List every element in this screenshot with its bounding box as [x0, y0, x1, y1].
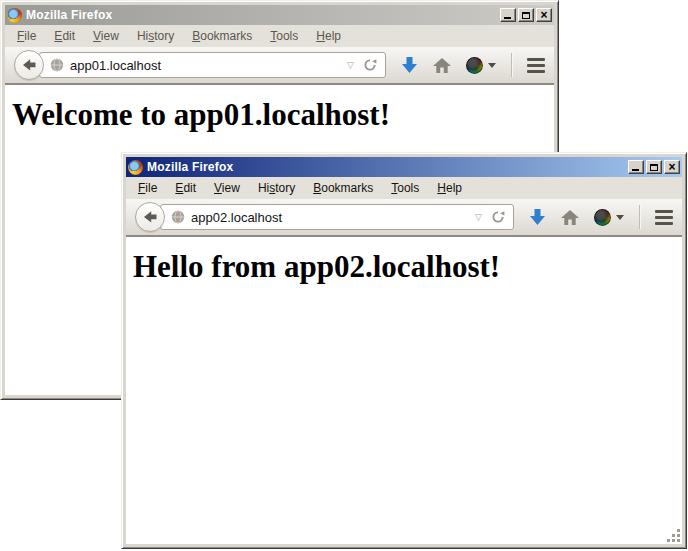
caret-down-icon	[488, 63, 496, 68]
page-heading: Welcome to app01.localhost!	[12, 97, 554, 133]
open-menu-button[interactable]	[527, 58, 545, 73]
navigation-toolbar: app01.localhost ▽	[5, 47, 554, 85]
window-controls: ×	[500, 8, 552, 22]
close-icon: ×	[668, 162, 675, 172]
minimize-icon	[632, 169, 639, 171]
firefox-logo-icon	[7, 8, 22, 23]
downloads-button[interactable]	[401, 56, 418, 74]
reload-icon	[491, 210, 505, 224]
menu-item-bookmarks[interactable]: Bookmarks	[304, 179, 382, 197]
download-arrow-icon	[529, 208, 546, 226]
menu-item-bookmarks[interactable]: Bookmarks	[183, 27, 261, 45]
menu-bar: FileEditViewHistoryBookmarksToolsHelp	[126, 177, 682, 199]
downloads-button[interactable]	[529, 208, 546, 226]
back-button[interactable]	[135, 202, 165, 232]
caret-down-icon	[616, 215, 624, 220]
firefox-logo-icon	[128, 160, 143, 175]
colorwheel-addon-button[interactable]	[466, 57, 496, 74]
navigation-toolbar: app02.localhost ▽	[126, 199, 682, 237]
hamburger-menu-icon	[655, 210, 673, 225]
resize-grip[interactable]	[667, 529, 681, 543]
close-button[interactable]: ×	[536, 8, 552, 22]
menu-item-edit[interactable]: Edit	[45, 27, 84, 45]
menu-item-view[interactable]: View	[84, 27, 128, 45]
url-history-dropdown-button[interactable]: ▽	[345, 61, 356, 70]
maximize-icon	[522, 12, 530, 19]
minimize-button[interactable]	[500, 8, 516, 22]
download-arrow-icon	[401, 56, 418, 74]
menu-item-tools[interactable]: Tools	[382, 179, 428, 197]
url-bar[interactable]: app01.localhost ▽	[39, 52, 386, 78]
back-arrow-icon	[142, 210, 158, 224]
globe-icon	[171, 210, 185, 224]
globe-icon	[50, 58, 64, 72]
close-icon: ×	[540, 10, 547, 20]
page-content: Hello from app02.localhost!	[126, 237, 682, 544]
browser-window-app02: Mozilla Firefox × FileEditViewHistoryBoo…	[121, 152, 687, 549]
url-text[interactable]: app02.localhost	[191, 210, 467, 225]
page-heading: Hello from app02.localhost!	[133, 249, 682, 285]
menu-item-tools[interactable]: Tools	[261, 27, 307, 45]
back-arrow-icon	[21, 58, 37, 72]
toolbar-separator	[639, 205, 640, 229]
hamburger-menu-icon	[527, 58, 545, 73]
reload-button[interactable]	[490, 210, 506, 224]
url-bar[interactable]: app02.localhost ▽	[160, 204, 514, 230]
back-button[interactable]	[14, 50, 44, 80]
url-text[interactable]: app01.localhost	[70, 58, 339, 73]
menu-item-file[interactable]: File	[129, 179, 166, 197]
menu-item-history[interactable]: History	[249, 179, 304, 197]
home-button[interactable]	[561, 210, 579, 225]
reload-icon	[363, 58, 377, 72]
open-menu-button[interactable]	[655, 210, 673, 225]
menu-item-help[interactable]: Help	[428, 179, 471, 197]
toolbar-separator	[511, 53, 512, 77]
home-button[interactable]	[433, 58, 451, 73]
minimize-icon	[504, 17, 511, 19]
url-history-dropdown-button[interactable]: ▽	[473, 213, 484, 222]
menu-bar: FileEditViewHistoryBookmarksToolsHelp	[5, 25, 554, 47]
titlebar[interactable]: Mozilla Firefox ×	[5, 5, 554, 25]
color-wheel-icon	[594, 209, 611, 226]
menu-item-history[interactable]: History	[128, 27, 183, 45]
menu-item-file[interactable]: File	[8, 27, 45, 45]
reload-button[interactable]	[362, 58, 378, 72]
titlebar[interactable]: Mozilla Firefox ×	[126, 157, 682, 177]
maximize-button[interactable]	[646, 160, 662, 174]
menu-item-view[interactable]: View	[205, 179, 249, 197]
close-button[interactable]: ×	[664, 160, 680, 174]
window-controls: ×	[628, 160, 680, 174]
menu-item-help[interactable]: Help	[307, 27, 350, 45]
minimize-button[interactable]	[628, 160, 644, 174]
color-wheel-icon	[466, 57, 483, 74]
maximize-icon	[650, 164, 658, 171]
window-title: Mozilla Firefox	[147, 160, 233, 174]
maximize-button[interactable]	[518, 8, 534, 22]
home-icon	[561, 210, 579, 225]
menu-item-edit[interactable]: Edit	[166, 179, 205, 197]
colorwheel-addon-button[interactable]	[594, 209, 624, 226]
window-title: Mozilla Firefox	[26, 8, 112, 22]
home-icon	[433, 58, 451, 73]
